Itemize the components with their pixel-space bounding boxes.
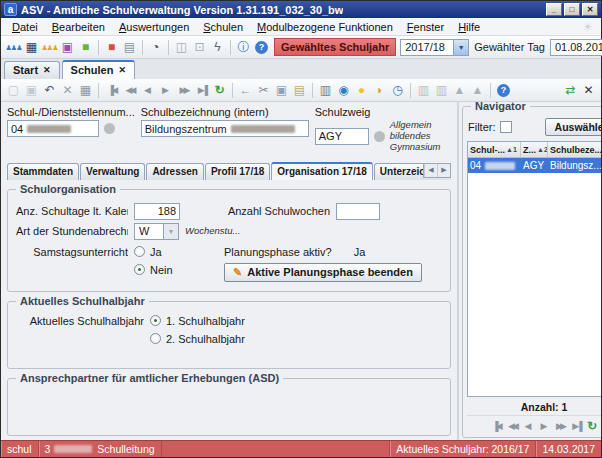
tab-profil[interactable]: Profil 17/18 bbox=[205, 163, 270, 180]
menu-bearbeiten[interactable]: Bearbeiten bbox=[45, 19, 112, 35]
tab-schulen[interactable]: Schulen ✕ bbox=[62, 60, 135, 79]
cut-icon[interactable]: ✂ bbox=[255, 82, 272, 99]
schulzweig-field[interactable]: AGY bbox=[315, 128, 369, 145]
pager-fast-prev-icon[interactable]: ◀◀ bbox=[505, 419, 520, 433]
document-tabstrip: Start ✕ Schulen ✕ bbox=[1, 59, 601, 79]
nav-next-icon[interactable]: ▶ bbox=[157, 82, 174, 99]
pager-fast-next-icon[interactable]: ▶▶ bbox=[553, 419, 568, 433]
keyboard-icon[interactable]: ▦ bbox=[23, 39, 40, 56]
menu-datei[interactable]: Datei bbox=[5, 19, 45, 35]
status-bar: schul 3 Schulleitung Aktuelles Schuljahr… bbox=[1, 440, 601, 457]
clock-icon[interactable]: ◷ bbox=[389, 82, 406, 99]
back-arrow-icon[interactable]: ← bbox=[237, 82, 254, 99]
tab-stammdaten[interactable]: Stammdaten bbox=[7, 163, 79, 180]
tab-scroll-left-icon[interactable]: ◀ bbox=[424, 164, 437, 177]
radio-icon[interactable] bbox=[150, 333, 161, 344]
tab-close-icon[interactable]: ✕ bbox=[43, 65, 51, 75]
tab-organisation[interactable]: Organisation 17/18 bbox=[271, 162, 372, 180]
minimize-button[interactable]: _ bbox=[546, 3, 562, 16]
report-icon[interactable]: ▤ bbox=[121, 39, 138, 56]
menu-hilfe[interactable]: Hilfe bbox=[451, 19, 487, 35]
planungsphase-beenden-button[interactable]: ✎ Aktive Planungsphase beenden bbox=[224, 263, 422, 282]
schulwochen-field[interactable] bbox=[336, 203, 380, 220]
help-icon[interactable]: ? bbox=[255, 41, 268, 54]
menu-schulen[interactable]: Schulen bbox=[196, 19, 250, 35]
column-header-zweig[interactable]: Z... ▲2 bbox=[521, 142, 548, 157]
info-icon[interactable]: ⓘ bbox=[235, 39, 252, 56]
panel-left-icon[interactable]: ▥ bbox=[415, 82, 432, 99]
refresh-icon[interactable]: ↻ bbox=[211, 82, 228, 99]
pager-prev-icon[interactable]: ◀ bbox=[521, 419, 536, 433]
monitor-chat-icon[interactable]: ▣ bbox=[59, 39, 76, 56]
print-icon[interactable]: ▥ bbox=[317, 82, 334, 99]
copy-icon[interactable]: ▣ bbox=[273, 82, 290, 99]
tab-adressen[interactable]: Adressen bbox=[146, 163, 204, 180]
schulnummer-field[interactable]: 04 bbox=[7, 120, 99, 137]
table-edit-icon[interactable]: ▦ bbox=[77, 82, 94, 99]
menu-modulbezogene-funktionen[interactable]: Modulbezogene Funktionen bbox=[250, 19, 400, 35]
save-icon[interactable]: ▣ bbox=[23, 82, 40, 99]
navigator-table: Schul-... ▲1 Z... ▲2 Schulbeze... ▦ bbox=[467, 141, 601, 397]
lightning-icon[interactable]: ϟ bbox=[209, 39, 226, 56]
pager-next-icon[interactable]: ▶ bbox=[537, 419, 552, 433]
navigator-filter-row: Filter: Auswählen bbox=[468, 118, 601, 136]
halbjahr-radio-1[interactable]: 1. Schulhalbjahr bbox=[150, 315, 245, 327]
lightbulb-icon[interactable]: ● bbox=[353, 82, 370, 99]
filter-checkbox[interactable] bbox=[500, 121, 512, 133]
schulbezeichnung-field[interactable]: Bildungszentrum bbox=[141, 120, 309, 137]
nav-first-icon[interactable]: ▐◀ bbox=[103, 82, 120, 99]
menu-auswertungen[interactable]: Auswertungen bbox=[112, 19, 196, 35]
students-blue-icon[interactable]: ♟♟♟ bbox=[5, 39, 22, 56]
maximize-button[interactable]: □ bbox=[564, 3, 580, 16]
auswaehlen-button[interactable]: Auswählen bbox=[545, 118, 601, 136]
horn-icon[interactable]: ◗ bbox=[371, 82, 388, 99]
undo-icon[interactable]: ↶ bbox=[41, 82, 58, 99]
preview-eye-icon[interactable]: ◉ bbox=[335, 82, 352, 99]
menu-fenster[interactable]: Fenster bbox=[400, 19, 451, 35]
table-row[interactable]: 04 AGY Bildungsz... bbox=[468, 158, 601, 173]
window-task-icon[interactable]: ⊡ bbox=[191, 39, 208, 56]
chevron-down-icon[interactable]: ▼ bbox=[453, 40, 468, 55]
pie-chart-icon[interactable]: ◔ bbox=[147, 39, 164, 56]
samstag-radio-nein[interactable]: Nein bbox=[134, 264, 224, 276]
chat-red-icon[interactable]: ■ bbox=[103, 39, 120, 56]
column-header-schulnummer[interactable]: Schul-... ▲1 bbox=[468, 142, 521, 157]
radio-icon[interactable] bbox=[134, 264, 145, 275]
close-panel-icon[interactable]: ✕ bbox=[580, 82, 597, 99]
schulwochen-label: Anzahl Schulwochen bbox=[180, 205, 330, 217]
radio-icon[interactable] bbox=[134, 246, 145, 257]
samstag-radio-ja[interactable]: Ja bbox=[134, 246, 224, 258]
new-record-icon[interactable]: ▢ bbox=[5, 82, 22, 99]
nav-fast-next-icon[interactable]: ▶▶ bbox=[175, 82, 192, 99]
pager-last-icon[interactable]: ▶▐ bbox=[569, 419, 584, 433]
help2-icon[interactable]: ? bbox=[497, 84, 510, 97]
header-label: Z... bbox=[523, 145, 536, 155]
paste-icon[interactable]: ▤ bbox=[291, 82, 308, 99]
pager-refresh-icon[interactable]: ↻ bbox=[585, 419, 600, 433]
schultage-field[interactable]: 188 bbox=[134, 203, 180, 220]
nav-fast-prev-icon[interactable]: ◀◀ bbox=[121, 82, 138, 99]
upload-right-icon[interactable]: ▲ bbox=[469, 82, 486, 99]
tab-start[interactable]: Start ✕ bbox=[4, 61, 60, 79]
transfer-icon[interactable]: ⇄ bbox=[562, 82, 579, 99]
folders-icon[interactable]: ◫ bbox=[173, 39, 190, 56]
chat-green-icon[interactable]: ■ bbox=[77, 39, 94, 56]
delete-record-icon[interactable]: ✕ bbox=[59, 82, 76, 99]
tab-verwaltung[interactable]: Verwaltung bbox=[80, 163, 145, 180]
day-select[interactable]: 01.08.2017 ▼ bbox=[550, 39, 602, 56]
close-button[interactable]: ✕ bbox=[582, 3, 598, 16]
students-yellow-icon[interactable]: ♟♟♟ bbox=[41, 39, 58, 56]
tab-scroll-right-icon[interactable]: ▶ bbox=[437, 164, 450, 177]
pager-first-icon[interactable]: ▐◀ bbox=[489, 419, 504, 433]
column-header-bezeichnung[interactable]: Schulbeze... bbox=[548, 142, 601, 157]
stundenabrechnung-select[interactable]: W ▼ bbox=[134, 223, 179, 240]
radio-icon[interactable] bbox=[150, 315, 161, 326]
redacted-text bbox=[485, 162, 515, 170]
school-year-select[interactable]: 2017/18 ▼ bbox=[400, 39, 469, 56]
upload-left-icon[interactable]: ▲ bbox=[451, 82, 468, 99]
nav-prev-icon[interactable]: ◀ bbox=[139, 82, 156, 99]
tab-close-icon[interactable]: ✕ bbox=[118, 65, 126, 75]
halbjahr-radio-2[interactable]: 2. Schulhalbjahr bbox=[150, 333, 245, 345]
panel-right-icon[interactable]: ▥ bbox=[433, 82, 450, 99]
nav-last-icon[interactable]: ▶▐ bbox=[193, 82, 210, 99]
